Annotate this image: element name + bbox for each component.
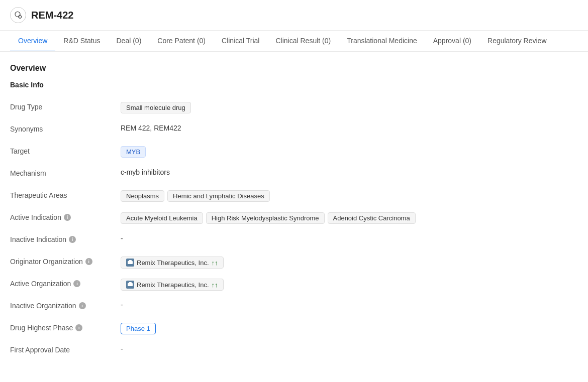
label-inactive-org: Inactive Organization i — [10, 301, 121, 310]
badge-mds: High Risk Myelodysplastic Syndrome — [206, 212, 325, 224]
tab-core-patent[interactable]: Core Patent (0) — [149, 31, 214, 52]
tab-regulatory-review[interactable]: Regulatory Review — [479, 31, 555, 52]
row-target: Target MYB — [10, 141, 578, 163]
info-icon-active-org[interactable]: i — [73, 280, 80, 287]
value-therapeutic-areas: Neoplasms Hemic and Lymphatic Diseases — [121, 190, 578, 202]
badge-acc: Adenoid Cystic Carcinoma — [328, 212, 416, 224]
value-inactive-indication: - — [121, 234, 578, 242]
row-first-approval-date: First Approval Date - — [10, 340, 578, 362]
value-mechanism: c-myb inhibitors — [121, 168, 578, 176]
badge-neoplasms: Neoplasms — [121, 190, 164, 202]
value-originator-org: Remix Therapeutics, Inc. ↑↑ — [121, 257, 578, 269]
tab-rd-status[interactable]: R&D Status — [55, 31, 108, 52]
drug-icon — [10, 7, 26, 23]
synonyms-text: REM 422, REM422 — [121, 124, 181, 132]
value-active-indication: Acute Myeloid Leukemia High Risk Myelody… — [121, 212, 578, 224]
label-active-indication: Active Indication i — [10, 212, 121, 221]
value-active-org: Remix Therapeutics, Inc. ↑↑ — [121, 279, 578, 291]
row-originator-org: Originator Organization i Remix Therapeu… — [10, 251, 578, 274]
label-therapeutic-areas: Therapeutic Areas — [10, 190, 121, 199]
info-icon-drug-highest-phase[interactable]: i — [75, 324, 82, 331]
label-drug-highest-phase: Drug Highest Phase i — [10, 323, 121, 332]
row-therapeutic-areas: Therapeutic Areas Neoplasms Hemic and Ly… — [10, 185, 578, 207]
value-drug-highest-phase: Phase 1 — [121, 323, 578, 334]
value-inactive-org: - — [121, 301, 578, 309]
org-logo-active — [126, 281, 134, 289]
nav-tabs: Overview R&D Status Deal (0) Core Patent… — [0, 31, 588, 52]
org-name-active: Remix Therapeutics, Inc. — [137, 281, 209, 289]
badge-phase1[interactable]: Phase 1 — [121, 323, 156, 334]
subsection-title: Basic Info — [10, 81, 578, 89]
row-synonyms: Synonyms REM 422, REM422 — [10, 119, 578, 141]
content-area: Overview Basic Info Drug Type Small mole… — [0, 52, 588, 374]
value-drug-type: Small molecule drug — [121, 102, 578, 113]
label-originator-org: Originator Organization i — [10, 257, 121, 266]
row-mechanism: Mechanism c-myb inhibitors — [10, 163, 578, 185]
value-synonyms: REM 422, REM422 — [121, 124, 578, 132]
svg-rect-1 — [129, 260, 132, 262]
label-first-approval-date: First Approval Date — [10, 345, 121, 354]
row-inactive-org: Inactive Organization i - — [10, 296, 578, 318]
badge-hemic: Hemic and Lymphatic Diseases — [167, 190, 270, 202]
label-target: Target — [10, 146, 121, 155]
row-inactive-indication: Inactive Indication i - — [10, 229, 578, 251]
label-active-org: Active Organization i — [10, 279, 121, 288]
section-title: Overview — [10, 64, 578, 73]
badge-small-molecule: Small molecule drug — [121, 102, 191, 113]
label-inactive-indication: Inactive Indication i — [10, 234, 121, 243]
drug-title: REM-422 — [31, 10, 73, 21]
page-header: REM-422 — [0, 0, 588, 31]
svg-rect-3 — [129, 282, 132, 284]
org-name-originator: Remix Therapeutics, Inc. — [137, 259, 209, 267]
info-icon-originator-org[interactable]: i — [85, 258, 92, 265]
row-active-org: Active Organization i Remix Therapeutics… — [10, 274, 578, 296]
org-logo-originator — [126, 259, 134, 267]
row-drug-highest-phase: Drug Highest Phase i Phase 1 — [10, 318, 578, 340]
org-link-icon-originator: ↑↑ — [212, 259, 218, 267]
info-icon-inactive-indication[interactable]: i — [69, 236, 76, 243]
label-drug-type: Drug Type — [10, 102, 121, 111]
tab-overview[interactable]: Overview — [10, 31, 55, 52]
row-drug-type: Drug Type Small molecule drug — [10, 97, 578, 119]
info-icon-active-indication[interactable]: i — [64, 214, 71, 221]
value-target: MYB — [121, 146, 578, 158]
tab-clinical-trial[interactable]: Clinical Trial — [214, 31, 267, 52]
tab-translational-medicine[interactable]: Translational Medicine — [339, 31, 425, 52]
info-icon-inactive-org[interactable]: i — [79, 302, 86, 309]
badge-myb[interactable]: MYB — [121, 146, 146, 158]
tab-approval[interactable]: Approval (0) — [425, 31, 479, 52]
first-approval-date-dash: - — [121, 345, 123, 353]
org-badge-originator[interactable]: Remix Therapeutics, Inc. ↑↑ — [121, 257, 224, 269]
inactive-org-dash: - — [121, 301, 123, 309]
org-badge-active[interactable]: Remix Therapeutics, Inc. ↑↑ — [121, 279, 224, 291]
label-mechanism: Mechanism — [10, 168, 121, 177]
org-link-icon-active: ↑↑ — [212, 281, 218, 289]
value-first-approval-date: - — [121, 345, 578, 353]
tab-deal[interactable]: Deal (0) — [109, 31, 150, 52]
mechanism-text: c-myb inhibitors — [121, 168, 170, 176]
row-active-indication: Active Indication i Acute Myeloid Leukem… — [10, 207, 578, 229]
inactive-indication-dash: - — [121, 234, 123, 242]
label-synonyms: Synonyms — [10, 124, 121, 133]
tab-clinical-result[interactable]: Clinical Result (0) — [267, 31, 339, 52]
badge-aml: Acute Myeloid Leukemia — [121, 212, 203, 224]
